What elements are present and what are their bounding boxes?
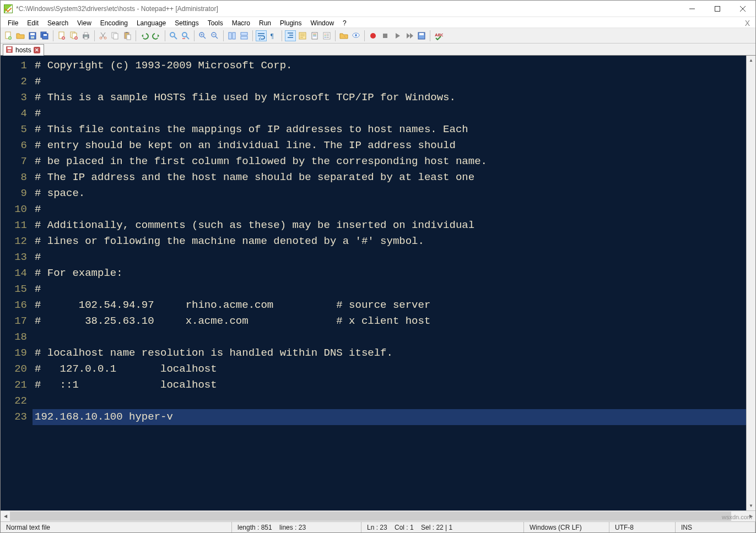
menu-file[interactable]: File bbox=[3, 17, 23, 28]
redo-icon[interactable] bbox=[151, 30, 162, 41]
code-line[interactable]: # lines or following the machine name de… bbox=[33, 233, 755, 249]
close-all-icon[interactable] bbox=[68, 30, 79, 41]
code-line[interactable]: # For example: bbox=[33, 265, 755, 281]
code-line[interactable]: # be placed in the first column followed… bbox=[33, 154, 755, 170]
code-line[interactable]: # Copyright (c) 1993-2009 Microsoft Corp… bbox=[33, 58, 755, 74]
function-list-icon[interactable] bbox=[321, 30, 332, 41]
svg-rect-45 bbox=[383, 34, 387, 38]
svg-rect-22 bbox=[126, 32, 128, 33]
svg-rect-28 bbox=[229, 32, 231, 39]
stop-macro-icon[interactable] bbox=[380, 30, 391, 41]
close-file-icon[interactable] bbox=[56, 30, 67, 41]
record-macro-icon[interactable] bbox=[368, 30, 379, 41]
window-controls bbox=[679, 1, 755, 17]
code-line[interactable]: # entry should be kept on an individual … bbox=[33, 138, 755, 154]
menu-encoding[interactable]: Encoding bbox=[96, 17, 132, 28]
svg-point-40 bbox=[325, 35, 326, 36]
hscroll-thumb[interactable] bbox=[10, 512, 731, 521]
save-macro-icon[interactable] bbox=[416, 30, 427, 41]
copy-icon[interactable] bbox=[110, 30, 121, 41]
open-file-icon[interactable] bbox=[15, 30, 26, 41]
save-icon[interactable] bbox=[27, 30, 38, 41]
menu-plugins[interactable]: Plugins bbox=[276, 17, 306, 28]
code-line[interactable] bbox=[33, 329, 755, 345]
menu-macro[interactable]: Macro bbox=[228, 17, 255, 28]
svg-rect-5 bbox=[31, 36, 34, 39]
indent-guide-icon[interactable] bbox=[285, 30, 296, 41]
play-macro-icon[interactable] bbox=[392, 30, 403, 41]
menu-help[interactable]: ? bbox=[338, 17, 351, 28]
close-document-button[interactable]: X bbox=[739, 17, 755, 28]
sync-vscroll-icon[interactable] bbox=[226, 30, 237, 41]
code-line[interactable]: # bbox=[33, 249, 755, 265]
code-line[interactable]: # 102.54.94.97 rhino.acme.com # source s… bbox=[33, 297, 755, 313]
code-line[interactable]: # This file contains the mappings of IP … bbox=[33, 122, 755, 138]
menu-search[interactable]: Search bbox=[43, 17, 73, 28]
scroll-up-arrow[interactable]: ▲ bbox=[747, 56, 755, 65]
cut-icon[interactable] bbox=[98, 30, 109, 41]
code-line[interactable]: # bbox=[33, 281, 755, 297]
menu-tools[interactable]: Tools bbox=[203, 17, 228, 28]
status-position: Ln : 23 Col : 1 Sel : 22 | 1 bbox=[361, 522, 524, 532]
code-line[interactable]: # This is a sample HOSTS file used by Mi… bbox=[33, 90, 755, 106]
svg-rect-31 bbox=[241, 36, 247, 39]
folder-workspace-icon[interactable] bbox=[338, 30, 349, 41]
svg-rect-0 bbox=[715, 6, 720, 11]
tab-hosts[interactable]: hosts ✕ bbox=[3, 44, 44, 56]
horizontal-scrollbar[interactable]: ◀ ▶ bbox=[1, 510, 755, 521]
new-file-icon[interactable] bbox=[3, 30, 14, 41]
svg-rect-16 bbox=[84, 37, 88, 39]
code-line[interactable]: 192.168.10.100 hyper-v bbox=[33, 409, 755, 425]
code-line[interactable]: # localhost name resolution is handled w… bbox=[33, 345, 755, 361]
spellcheck-icon[interactable]: ABC bbox=[433, 30, 444, 41]
close-button[interactable] bbox=[730, 1, 755, 17]
minimize-button[interactable] bbox=[679, 1, 705, 17]
menu-settings[interactable]: Settings bbox=[170, 17, 203, 28]
code-line[interactable] bbox=[33, 393, 755, 409]
user-lang-icon[interactable] bbox=[297, 30, 308, 41]
menu-run[interactable]: Run bbox=[255, 17, 276, 28]
code-line[interactable]: # bbox=[33, 74, 755, 90]
find-icon[interactable] bbox=[168, 30, 179, 41]
paste-icon[interactable] bbox=[122, 30, 133, 41]
zoom-in-icon[interactable] bbox=[197, 30, 208, 41]
tab-close-icon[interactable]: ✕ bbox=[34, 47, 40, 53]
scroll-down-arrow[interactable]: ▼ bbox=[747, 501, 755, 510]
svg-rect-4 bbox=[30, 33, 35, 35]
code-line[interactable]: # Additionally, comments (such as these)… bbox=[33, 217, 755, 233]
status-mode[interactable]: INS bbox=[676, 522, 755, 532]
wordwrap-icon[interactable] bbox=[256, 30, 267, 41]
code-line[interactable]: # ::1 localhost bbox=[33, 377, 755, 393]
code-line[interactable]: # space. bbox=[33, 186, 755, 202]
replace-icon[interactable] bbox=[180, 30, 191, 41]
svg-point-24 bbox=[170, 32, 175, 37]
doc-map-icon[interactable] bbox=[309, 30, 320, 41]
menu-language[interactable]: Language bbox=[132, 17, 170, 28]
menu-view[interactable]: View bbox=[73, 17, 96, 28]
save-all-icon[interactable] bbox=[39, 30, 50, 41]
maximize-button[interactable] bbox=[705, 1, 730, 17]
editor[interactable]: 1234567891011121314151617181920212223 # … bbox=[1, 56, 755, 510]
status-eol[interactable]: Windows (CR LF) bbox=[524, 522, 609, 532]
svg-rect-50 bbox=[8, 47, 12, 49]
menubar: File Edit Search View Encoding Language … bbox=[1, 17, 755, 28]
undo-icon[interactable] bbox=[139, 30, 150, 41]
menu-edit[interactable]: Edit bbox=[23, 17, 43, 28]
code-line[interactable]: # bbox=[33, 106, 755, 122]
vertical-scrollbar[interactable]: ▲ ▼ bbox=[746, 56, 755, 510]
menu-window[interactable]: Window bbox=[306, 17, 338, 28]
show-all-chars-icon[interactable]: ¶ bbox=[268, 30, 279, 41]
code-line[interactable]: # bbox=[33, 202, 755, 217]
code-line[interactable]: # The IP address and the host name shoul… bbox=[33, 170, 755, 186]
app-icon bbox=[4, 4, 13, 13]
status-encoding[interactable]: UTF-8 bbox=[609, 522, 676, 532]
code-area[interactable]: # Copyright (c) 1993-2009 Microsoft Corp… bbox=[33, 56, 755, 510]
print-icon[interactable] bbox=[80, 30, 91, 41]
sync-hscroll-icon[interactable] bbox=[239, 30, 250, 41]
monitor-icon[interactable] bbox=[350, 30, 361, 41]
code-line[interactable]: # 38.25.63.10 x.acme.com # x client host bbox=[33, 313, 755, 329]
scroll-left-arrow[interactable]: ◀ bbox=[1, 512, 10, 521]
zoom-out-icon[interactable] bbox=[209, 30, 220, 41]
code-line[interactable]: # 127.0.0.1 localhost bbox=[33, 361, 755, 377]
play-multi-icon[interactable] bbox=[404, 30, 415, 41]
